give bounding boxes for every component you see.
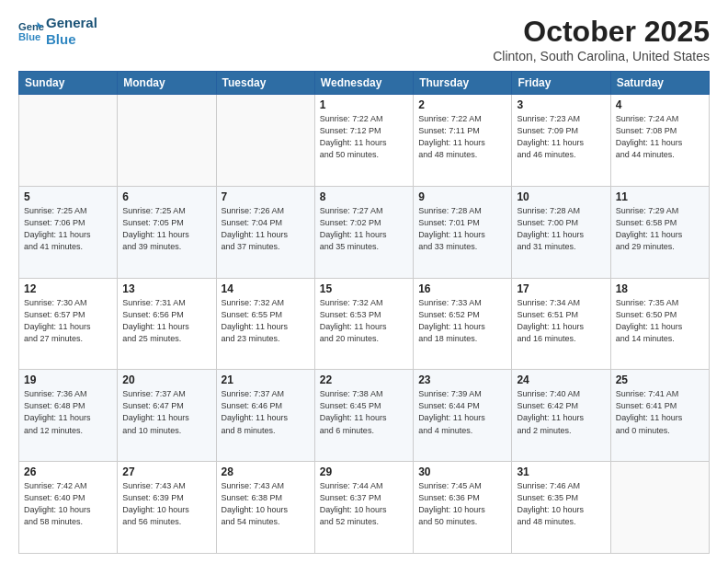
calendar-table: SundayMondayTuesdayWednesdayThursdayFrid… — [18, 71, 710, 554]
logo-icon: General Blue — [18, 18, 44, 44]
day-number: 22 — [320, 373, 408, 386]
calendar-cell: 20Sunrise: 7:37 AM Sunset: 6:47 PM Dayli… — [118, 370, 216, 462]
day-info: Sunrise: 7:30 AM Sunset: 6:57 PM Dayligh… — [24, 297, 112, 345]
day-number: 7 — [222, 190, 310, 203]
main-title: October 2025 — [493, 15, 710, 49]
calendar-cell: 1Sunrise: 7:22 AM Sunset: 7:12 PM Daylig… — [314, 95, 413, 187]
day-number: 1 — [320, 98, 408, 111]
day-info: Sunrise: 7:23 AM Sunset: 7:09 PM Dayligh… — [517, 113, 605, 161]
calendar-cell: 4Sunrise: 7:24 AM Sunset: 7:08 PM Daylig… — [610, 95, 709, 187]
calendar-cell: 3Sunrise: 7:23 AM Sunset: 7:09 PM Daylig… — [512, 95, 610, 187]
title-block: October 2025 Clinton, South Carolina, Un… — [493, 15, 710, 63]
logo: General Blue General Blue — [18, 15, 97, 48]
day-info: Sunrise: 7:25 AM Sunset: 7:05 PM Dayligh… — [122, 205, 210, 253]
calendar-cell: 6Sunrise: 7:25 AM Sunset: 7:05 PM Daylig… — [118, 186, 216, 278]
day-info: Sunrise: 7:39 AM Sunset: 6:44 PM Dayligh… — [418, 388, 506, 436]
calendar-cell: 17Sunrise: 7:34 AM Sunset: 6:51 PM Dayli… — [512, 278, 610, 370]
day-header-thursday: Thursday — [414, 72, 512, 95]
day-header-friday: Friday — [512, 72, 610, 95]
day-number: 23 — [418, 373, 506, 386]
day-number: 19 — [24, 373, 112, 386]
day-info: Sunrise: 7:46 AM Sunset: 6:35 PM Dayligh… — [517, 480, 605, 528]
week-row-3: 12Sunrise: 7:30 AM Sunset: 6:57 PM Dayli… — [19, 278, 710, 370]
calendar-cell: 26Sunrise: 7:42 AM Sunset: 6:40 PM Dayli… — [19, 462, 118, 554]
day-number: 20 — [122, 373, 210, 386]
day-number: 27 — [122, 465, 210, 478]
day-info: Sunrise: 7:37 AM Sunset: 6:47 PM Dayligh… — [122, 388, 210, 436]
calendar-cell: 14Sunrise: 7:32 AM Sunset: 6:55 PM Dayli… — [216, 278, 314, 370]
calendar-cell: 9Sunrise: 7:28 AM Sunset: 7:01 PM Daylig… — [414, 186, 512, 278]
day-number: 30 — [418, 465, 506, 478]
day-info: Sunrise: 7:43 AM Sunset: 6:39 PM Dayligh… — [122, 480, 210, 528]
day-info: Sunrise: 7:37 AM Sunset: 6:46 PM Dayligh… — [222, 388, 310, 436]
calendar-cell — [19, 95, 118, 187]
day-number: 5 — [24, 190, 112, 203]
calendar-cell: 31Sunrise: 7:46 AM Sunset: 6:35 PM Dayli… — [512, 462, 610, 554]
calendar-cell — [610, 462, 709, 554]
calendar-cell: 16Sunrise: 7:33 AM Sunset: 6:52 PM Dayli… — [414, 278, 512, 370]
day-info: Sunrise: 7:41 AM Sunset: 6:41 PM Dayligh… — [616, 388, 704, 436]
day-header-saturday: Saturday — [610, 72, 709, 95]
day-info: Sunrise: 7:32 AM Sunset: 6:53 PM Dayligh… — [320, 297, 408, 345]
day-info: Sunrise: 7:24 AM Sunset: 7:08 PM Dayligh… — [616, 113, 704, 161]
subtitle: Clinton, South Carolina, United States — [493, 49, 710, 63]
day-info: Sunrise: 7:43 AM Sunset: 6:38 PM Dayligh… — [222, 480, 310, 528]
calendar-cell: 23Sunrise: 7:39 AM Sunset: 6:44 PM Dayli… — [414, 370, 512, 462]
day-number: 8 — [320, 190, 408, 203]
day-info: Sunrise: 7:26 AM Sunset: 7:04 PM Dayligh… — [222, 205, 310, 253]
day-number: 10 — [517, 190, 605, 203]
calendar-cell: 13Sunrise: 7:31 AM Sunset: 6:56 PM Dayli… — [118, 278, 216, 370]
calendar-cell: 11Sunrise: 7:29 AM Sunset: 6:58 PM Dayli… — [610, 186, 709, 278]
calendar-cell: 2Sunrise: 7:22 AM Sunset: 7:11 PM Daylig… — [414, 95, 512, 187]
svg-text:Blue: Blue — [18, 31, 40, 42]
calendar-cell: 12Sunrise: 7:30 AM Sunset: 6:57 PM Dayli… — [19, 278, 118, 370]
day-info: Sunrise: 7:42 AM Sunset: 6:40 PM Dayligh… — [24, 480, 112, 528]
calendar-cell: 8Sunrise: 7:27 AM Sunset: 7:02 PM Daylig… — [314, 186, 413, 278]
calendar-cell: 28Sunrise: 7:43 AM Sunset: 6:38 PM Dayli… — [216, 462, 314, 554]
calendar-cell: 24Sunrise: 7:40 AM Sunset: 6:42 PM Dayli… — [512, 370, 610, 462]
calendar-cell: 19Sunrise: 7:36 AM Sunset: 6:48 PM Dayli… — [19, 370, 118, 462]
day-info: Sunrise: 7:34 AM Sunset: 6:51 PM Dayligh… — [517, 297, 605, 345]
calendar-cell: 29Sunrise: 7:44 AM Sunset: 6:37 PM Dayli… — [314, 462, 413, 554]
logo-general: General — [46, 15, 97, 31]
day-info: Sunrise: 7:28 AM Sunset: 7:01 PM Dayligh… — [418, 205, 506, 253]
day-number: 31 — [517, 465, 605, 478]
header-row: SundayMondayTuesdayWednesdayThursdayFrid… — [19, 72, 710, 95]
day-info: Sunrise: 7:36 AM Sunset: 6:48 PM Dayligh… — [24, 388, 112, 436]
day-number: 3 — [517, 98, 605, 111]
day-info: Sunrise: 7:40 AM Sunset: 6:42 PM Dayligh… — [517, 388, 605, 436]
day-info: Sunrise: 7:44 AM Sunset: 6:37 PM Dayligh… — [320, 480, 408, 528]
day-number: 15 — [320, 282, 408, 295]
day-info: Sunrise: 7:29 AM Sunset: 6:58 PM Dayligh… — [616, 205, 704, 253]
day-info: Sunrise: 7:31 AM Sunset: 6:56 PM Dayligh… — [122, 297, 210, 345]
calendar-cell: 5Sunrise: 7:25 AM Sunset: 7:06 PM Daylig… — [19, 186, 118, 278]
day-number: 14 — [222, 282, 310, 295]
day-number: 28 — [222, 465, 310, 478]
week-row-4: 19Sunrise: 7:36 AM Sunset: 6:48 PM Dayli… — [19, 370, 710, 462]
day-number: 12 — [24, 282, 112, 295]
calendar-cell: 18Sunrise: 7:35 AM Sunset: 6:50 PM Dayli… — [610, 278, 709, 370]
day-info: Sunrise: 7:45 AM Sunset: 6:36 PM Dayligh… — [418, 480, 506, 528]
day-number: 18 — [616, 282, 704, 295]
day-number: 26 — [24, 465, 112, 478]
day-info: Sunrise: 7:25 AM Sunset: 7:06 PM Dayligh… — [24, 205, 112, 253]
calendar-cell: 10Sunrise: 7:28 AM Sunset: 7:00 PM Dayli… — [512, 186, 610, 278]
day-number: 6 — [122, 190, 210, 203]
day-number: 25 — [616, 373, 704, 386]
week-row-5: 26Sunrise: 7:42 AM Sunset: 6:40 PM Dayli… — [19, 462, 710, 554]
day-header-wednesday: Wednesday — [314, 72, 413, 95]
day-number: 17 — [517, 282, 605, 295]
day-number: 2 — [418, 98, 506, 111]
day-number: 11 — [616, 190, 704, 203]
day-info: Sunrise: 7:22 AM Sunset: 7:11 PM Dayligh… — [418, 113, 506, 161]
day-info: Sunrise: 7:38 AM Sunset: 6:45 PM Dayligh… — [320, 388, 408, 436]
calendar-cell: 25Sunrise: 7:41 AM Sunset: 6:41 PM Dayli… — [610, 370, 709, 462]
day-number: 13 — [122, 282, 210, 295]
calendar-cell: 7Sunrise: 7:26 AM Sunset: 7:04 PM Daylig… — [216, 186, 314, 278]
day-header-tuesday: Tuesday — [216, 72, 314, 95]
calendar-body: 1Sunrise: 7:22 AM Sunset: 7:12 PM Daylig… — [19, 95, 710, 554]
day-info: Sunrise: 7:22 AM Sunset: 7:12 PM Dayligh… — [320, 113, 408, 161]
page: General Blue General Blue October 2025 C… — [0, 0, 728, 563]
day-number: 16 — [418, 282, 506, 295]
day-header-sunday: Sunday — [19, 72, 118, 95]
